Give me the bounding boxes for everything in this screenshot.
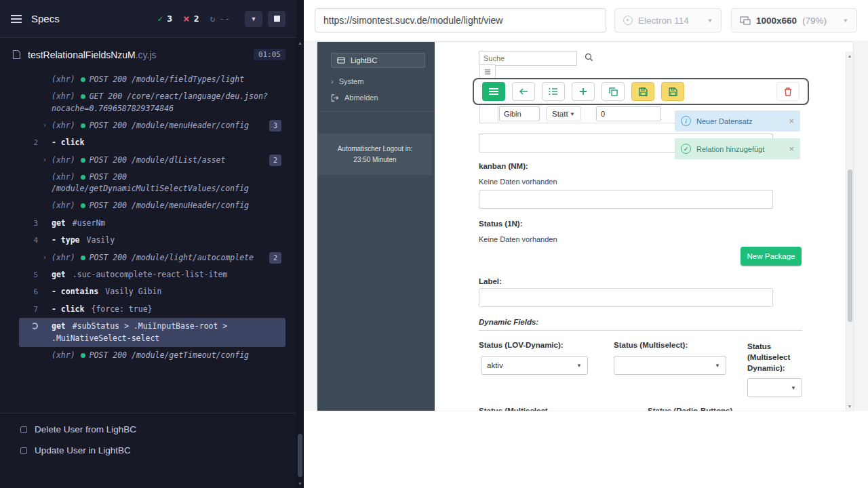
- toast-success[interactable]: ✓ Relation hinzugefügt ×: [675, 138, 800, 159]
- save-icon: [669, 87, 677, 96]
- log-entry-command[interactable]: 6 - containsVasily Gibin: [19, 283, 285, 301]
- log-entry-xhr-group[interactable]: › (xhr)POST 200 /module/dlList/asset 2: [19, 152, 285, 169]
- spinner-icon: [31, 323, 38, 329]
- multiselect-dynamic-select[interactable]: ▼: [747, 378, 802, 397]
- browser-select[interactable]: Electron 114 ▼: [614, 8, 722, 33]
- record-select-cell[interactable]: [479, 104, 498, 123]
- divider: [479, 330, 802, 331]
- toast-info[interactable]: i Neuer Datensatz ×: [675, 110, 800, 131]
- chevron-down-icon: ▼: [707, 18, 713, 24]
- expand-icon[interactable]: ›: [38, 252, 52, 262]
- spec-file-row[interactable]: testRelationalFieldsNzuM.cy.js 01:05: [0, 38, 296, 70]
- search-input[interactable]: [479, 51, 577, 66]
- kanban-input[interactable]: [479, 190, 773, 209]
- module-icon: [337, 57, 345, 64]
- log-entry-command[interactable]: 3 get#userNm: [19, 215, 285, 232]
- stat-pending: ↻--: [210, 14, 230, 24]
- chevron-down-icon: ▼: [570, 111, 575, 117]
- arrow-left-icon: [519, 87, 528, 96]
- app-sidebar: LightBC › System Abmelden Automatischer …: [317, 42, 435, 411]
- record-name-field[interactable]: [499, 106, 540, 121]
- success-dot: [81, 123, 85, 128]
- viewport-icon: [740, 16, 751, 25]
- nav-item-system[interactable]: › System: [317, 73, 435, 89]
- command-log: (xhr)POST 200 /module/fieldTypes/light (…: [0, 70, 296, 413]
- reporter-header: Specs ✓3 ×2 ↻-- ▼: [0, 0, 296, 38]
- log-entry-command[interactable]: 4 - typeVasily: [19, 232, 285, 249]
- add-button[interactable]: [572, 82, 595, 101]
- viewport-select[interactable]: 1000x660 (79%) ▼: [731, 8, 857, 33]
- chevron-down-icon: ▼: [843, 18, 848, 24]
- record-status-select[interactable]: Statt▼: [546, 106, 581, 121]
- log-entry-xhr-group[interactable]: › (xhr)POST 200 /module/light/autocomple…: [19, 249, 285, 266]
- clipped-label-left: Status (Multiselect: [479, 407, 548, 411]
- lov-dynamic-select[interactable]: aktiv▼: [481, 356, 588, 375]
- scrollbar-thumb[interactable]: [848, 169, 852, 322]
- test-box-icon: [20, 447, 27, 454]
- stage: https://simontest.sucv.de/module/light/v…: [304, 0, 868, 488]
- new-package-button[interactable]: New Package: [741, 247, 802, 266]
- close-icon[interactable]: ×: [789, 117, 794, 125]
- plus-icon: [579, 87, 587, 96]
- log-entry-xhr[interactable]: (xhr)POST 200 /module/getDynamicMultiSel…: [19, 169, 285, 198]
- collapse-button[interactable]: ▼: [245, 11, 262, 27]
- record-toolbar: [473, 78, 809, 105]
- test-stats: ✓3 ×2 ↻--: [157, 14, 230, 24]
- scroll-up-icon[interactable]: ▲: [846, 54, 853, 58]
- save-icon: [639, 87, 648, 96]
- stop-button[interactable]: [268, 11, 285, 27]
- grid-menu-cell[interactable]: [479, 64, 496, 79]
- aut-preview-area: LightBC › System Abmelden Automatischer …: [304, 41, 868, 411]
- url-bar[interactable]: https://simontest.sucv.de/module/light/v…: [315, 8, 606, 33]
- log-entry-xhr[interactable]: (xhr)GET 200 /core/react/language/deu.js…: [19, 88, 285, 117]
- test-title[interactable]: Delete User from LighBC: [0, 419, 296, 440]
- spec-timer: 01:05: [254, 49, 285, 60]
- search-icon[interactable]: [585, 53, 593, 63]
- close-icon[interactable]: ×: [789, 144, 794, 153]
- label-input[interactable]: [479, 288, 773, 307]
- scroll-down-icon[interactable]: ▼: [846, 404, 853, 409]
- log-entry-command-active[interactable]: get#subStatus > .MuiInputBase-root > .Mu…: [19, 318, 285, 347]
- multiselect-select[interactable]: ▼: [614, 356, 726, 375]
- log-entry-command[interactable]: 5 get.suc-autocomplete-react-list-item: [19, 266, 285, 284]
- status-1n-empty-text: Keine Daten vorhanden: [479, 235, 557, 243]
- copy-icon: [609, 87, 618, 96]
- reporter-scrollbar[interactable]: ▲ ▼: [296, 0, 304, 488]
- back-button[interactable]: [512, 82, 535, 101]
- lov-dynamic-label: Status (LOV-Dynamic):: [479, 341, 564, 349]
- delete-button[interactable]: [776, 82, 800, 101]
- menu-icon[interactable]: [11, 18, 22, 20]
- multiselect-dynamic-label: Status (Multiselect Dynamic):: [747, 341, 807, 373]
- application-under-test: LightBC › System Abmelden Automatischer …: [317, 42, 853, 411]
- copy-button[interactable]: [601, 82, 625, 101]
- expand-icon[interactable]: ›: [38, 120, 52, 130]
- test-title[interactable]: Update User in LightBC: [0, 440, 296, 461]
- app-content: Statt▼ i Neuer Datensatz × ✓ Relation hi…: [435, 42, 853, 411]
- expand-icon[interactable]: ›: [38, 155, 52, 165]
- list-icon: [549, 87, 558, 96]
- log-entry-command[interactable]: 7 - click{force: true}: [19, 301, 285, 319]
- log-entry-xhr[interactable]: (xhr)POST 200 /module/getTimeout/config: [19, 347, 285, 364]
- log-entry-xhr[interactable]: (xhr)POST 200 /module/fieldTypes/light: [19, 71, 285, 88]
- label-label: Label:: [479, 277, 502, 285]
- chevron-down-icon: ▼: [791, 385, 796, 391]
- cypress-reporter: Specs ✓3 ×2 ↻-- ▼ testRelationalFieldsNz…: [0, 0, 296, 488]
- stat-passed: ✓3: [157, 14, 172, 24]
- log-entry-command[interactable]: 2 - click: [19, 134, 285, 152]
- log-entry-xhr[interactable]: (xhr)POST 200 /module/menuHeader/config: [19, 197, 285, 214]
- app-scrollbar[interactable]: ▲ ▼: [846, 52, 853, 411]
- save-new-button[interactable]: [661, 82, 684, 101]
- scrollbar-thumb[interactable]: [298, 434, 302, 477]
- menu-list-button[interactable]: [482, 82, 505, 101]
- list-view-button[interactable]: [542, 82, 565, 101]
- save-button[interactable]: [631, 82, 654, 101]
- nav-item-abmelden[interactable]: Abmelden: [317, 89, 435, 106]
- nav-item-lightbc[interactable]: LightBC: [331, 53, 425, 68]
- success-dot: [81, 353, 85, 358]
- app-window: Specs ✓3 ×2 ↻-- ▼ testRelationalFieldsNz…: [0, 0, 868, 488]
- scroll-up-icon[interactable]: ▲: [296, 41, 304, 45]
- scroll-down-icon[interactable]: ▼: [296, 481, 304, 486]
- log-entry-xhr-group[interactable]: › (xhr)POST 200 /module/menuHeader/confi…: [19, 117, 285, 134]
- stage-header: https://simontest.sucv.de/module/light/v…: [304, 0, 868, 41]
- record-number-field[interactable]: [596, 106, 661, 121]
